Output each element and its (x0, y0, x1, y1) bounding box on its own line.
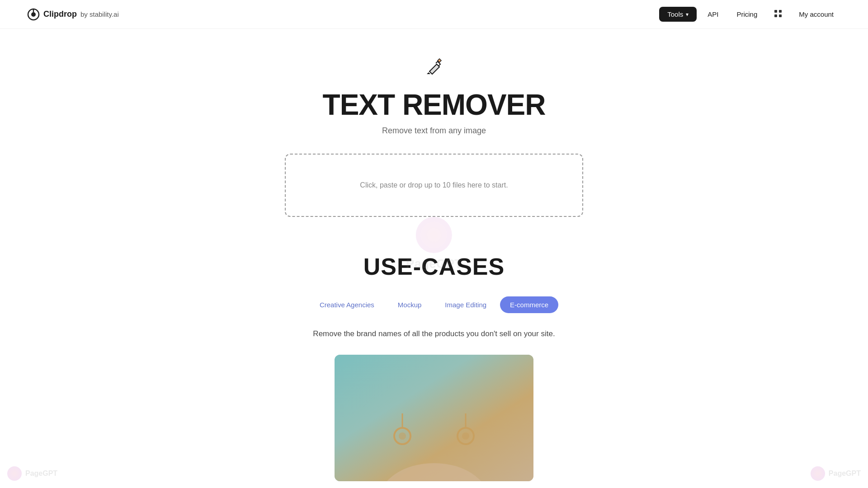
grid-icon (774, 9, 783, 18)
product-image-container (335, 355, 533, 481)
svg-rect-4 (779, 10, 782, 13)
clipdrop-logo-icon (27, 8, 40, 21)
file-dropzone[interactable]: Click, paste or drop up to 10 files here… (285, 154, 583, 217)
text-remover-icon (423, 56, 445, 82)
dropzone-placeholder: Click, paste or drop up to 10 files here… (360, 181, 508, 189)
main-content: TEXT REMOVER Remove text from any image … (0, 29, 868, 488)
svg-rect-6 (779, 14, 782, 17)
page-subtitle: Remove text from any image (382, 126, 486, 136)
my-account-link[interactable]: My account (792, 7, 841, 22)
tools-chevron-icon: ▾ (686, 11, 689, 18)
brand-name: Clipdrop (43, 9, 77, 19)
svg-rect-7 (335, 355, 533, 481)
use-cases-section: USE-CASES Creative Agencies Mockup Image… (231, 253, 637, 481)
svg-rect-5 (774, 14, 777, 17)
page-title: TEXT REMOVER (323, 89, 546, 121)
svg-point-10 (399, 432, 406, 440)
brand-tagline: by stability.ai (80, 10, 119, 18)
tab-e-commerce[interactable]: E-commerce (500, 296, 558, 313)
tab-creative-agencies[interactable]: Creative Agencies (310, 296, 384, 313)
use-cases-tabs: Creative Agencies Mockup Image Editing E… (310, 296, 558, 313)
nav-links: Tools ▾ API Pricing My account (659, 5, 841, 23)
tab-image-editing[interactable]: Image Editing (435, 296, 496, 313)
svg-point-1 (31, 12, 36, 17)
dropzone-wrapper: Click, paste or drop up to 10 files here… (285, 154, 583, 217)
product-image (335, 355, 533, 481)
pricing-link[interactable]: Pricing (729, 7, 764, 22)
api-link[interactable]: API (700, 7, 726, 22)
tools-label: Tools (667, 10, 683, 18)
logo-link[interactable]: Clipdrop by stability.ai (27, 8, 119, 21)
use-cases-description: Remove the brand names of all the produc… (313, 329, 555, 338)
tab-mockup[interactable]: Mockup (388, 296, 432, 313)
navbar: Clipdrop by stability.ai Tools ▾ API Pri… (0, 0, 868, 29)
svg-rect-3 (774, 10, 777, 13)
tools-button[interactable]: Tools ▾ (659, 7, 697, 22)
svg-point-13 (462, 432, 469, 440)
use-cases-title: USE-CASES (363, 253, 505, 280)
hero-section: TEXT REMOVER Remove text from any image (323, 56, 546, 136)
grid-icon-button[interactable] (768, 5, 788, 23)
